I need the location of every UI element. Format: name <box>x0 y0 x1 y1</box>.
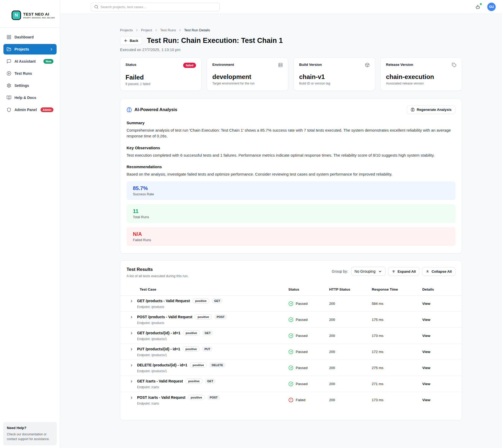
sidebar-item-help-docs[interactable]: Help & Docs <box>3 92 57 103</box>
executed-timestamp: Executed on 27/7/2025, 1:13:10 pm <box>120 48 462 52</box>
endpoint-label: Endpoint: /products <box>137 305 223 309</box>
sidebar-item-label: Help & Docs <box>14 96 36 100</box>
test-type-badge: positive <box>185 379 202 384</box>
chevron-right-icon <box>135 28 139 32</box>
sidebar-item-settings[interactable]: Settings <box>3 80 57 91</box>
key-observations-text: Test execution completed with 6 successf… <box>127 152 455 158</box>
failed-runs-value: N/A <box>133 231 449 237</box>
search-input[interactable] <box>101 5 216 9</box>
tag-icon <box>452 63 456 67</box>
endpoint-label: Endpoint: /products <box>137 321 227 325</box>
ai-analysis-title: AI-Powered Analysis <box>134 107 177 112</box>
status-badge: failed <box>183 63 196 68</box>
release-version-subtext: Associated release version <box>386 82 456 85</box>
sidebar-item-projects[interactable]: Projects <box>3 44 57 54</box>
test-case-name: GET /products/{id} - id=1 <box>137 331 180 335</box>
http-method-badge: POST <box>207 395 220 400</box>
view-details-link[interactable]: View <box>422 334 430 338</box>
stat-cards: Status failed Failed 6 passed, 1 failed … <box>120 57 462 91</box>
test-case-name: GET /carts - Valid Request <box>137 379 183 383</box>
breadcrumb: Projects Project Test Runs Test Run Deta… <box>120 28 462 32</box>
test-case-name: POST /products - Valid Request <box>137 315 192 319</box>
dashboard-icon <box>7 35 11 39</box>
sidebar-item-label: Admin Panel <box>14 108 37 112</box>
chevrons-up-icon <box>426 270 429 273</box>
search-box[interactable] <box>91 3 220 11</box>
brand-tagline: PROMPT. ENHANCE. RUN. DELIVER <box>23 17 55 19</box>
row-expander[interactable] <box>129 298 133 303</box>
total-runs-label: Total Runs <box>133 215 449 219</box>
environment-value: development <box>212 73 283 81</box>
sidebar-item-label: Dashboard <box>14 35 34 39</box>
chevron-right-icon <box>154 28 158 32</box>
breadcrumb-test-runs[interactable]: Test Runs <box>160 28 176 32</box>
regenerate-analysis-button[interactable]: Regenerate Analysis <box>407 105 455 114</box>
breadcrumb-projects[interactable]: Projects <box>120 28 133 32</box>
view-details-link[interactable]: View <box>422 350 430 354</box>
row-expander[interactable] <box>129 346 133 351</box>
test-results-card: Test Results A list of all tests execute… <box>120 260 462 420</box>
key-observations-heading: Key Observations <box>127 146 455 150</box>
check-circle-icon <box>288 349 293 354</box>
expand-all-button[interactable]: Expand All <box>388 267 419 276</box>
sidebar-item-test-runs[interactable]: Test Runs <box>3 68 57 79</box>
row-expander[interactable] <box>129 379 133 383</box>
row-expander[interactable] <box>129 330 133 335</box>
row-expander[interactable] <box>129 362 133 367</box>
response-time: 584 ms <box>372 302 422 306</box>
view-details-link[interactable]: View <box>422 366 430 370</box>
sidebar-item-label: Projects <box>14 47 29 51</box>
topbar: GU <box>60 0 502 14</box>
check-circle-icon <box>288 381 293 386</box>
check-circle-icon <box>288 301 293 306</box>
view-details-link[interactable]: View <box>422 398 430 402</box>
build-version-value: chain-v1 <box>299 73 370 81</box>
total-runs-metric: 11 Total Runs <box>127 204 455 223</box>
test-type-badge: positive <box>190 362 207 368</box>
page-title: Test Run: Chain Execution: Test Chain 1 <box>147 37 283 45</box>
sidebar-item-label: AI Assistant <box>14 59 36 63</box>
test-case-name: DELETE /products/{id} - id=1 <box>137 363 187 367</box>
back-button[interactable]: Back <box>120 37 142 45</box>
avatar[interactable]: GU <box>487 3 496 11</box>
group-by-value: No Grouping <box>355 269 375 273</box>
http-method-badge: GET <box>205 379 216 384</box>
test-case-name: PUT /products/{id} - id=1 <box>137 347 180 351</box>
test-type-badge: positive <box>183 330 200 336</box>
column-details: Details <box>422 287 455 291</box>
admin-badge: Admin <box>41 107 53 112</box>
sidebar-item-ai-assistant[interactable]: AI Assistant New <box>3 56 57 67</box>
group-by-select[interactable]: No Grouping <box>351 267 385 276</box>
group-by-label: Group by: <box>332 269 348 273</box>
collapse-all-button[interactable]: Collapse All <box>422 267 455 276</box>
sidebar-item-admin-panel[interactable]: Admin Panel Admin <box>3 104 57 115</box>
chevrons-down-icon <box>392 270 395 273</box>
need-help-text: Check our documentation or contact suppo… <box>7 432 53 441</box>
view-details-link[interactable]: View <box>422 302 430 306</box>
status-text: Passed <box>296 318 308 322</box>
status-text: Passed <box>296 350 308 354</box>
table-row: POST /carts - Valid Request positive POS… <box>120 392 462 408</box>
test-type-badge: positive <box>195 314 212 320</box>
table-row: PUT /products/{id} - id=1 positive PUT E… <box>120 344 462 360</box>
build-version-card: Build Version chain-v1 Build ID or versi… <box>294 57 375 91</box>
check-circle-icon <box>288 333 293 338</box>
view-details-link[interactable]: View <box>422 382 430 386</box>
row-expander[interactable] <box>129 314 133 319</box>
folder-icon <box>7 47 11 52</box>
http-method-badge: GET <box>212 298 223 303</box>
view-details-link[interactable]: View <box>422 318 430 322</box>
success-rate-value: 85.7% <box>133 185 449 191</box>
breadcrumb-project[interactable]: Project <box>141 28 152 32</box>
sidebar-item-dashboard[interactable]: Dashboard <box>3 32 57 42</box>
ai-bot-button[interactable] <box>475 4 480 9</box>
row-expander[interactable] <box>129 395 133 400</box>
endpoint-label: Endpoint: /products/1 <box>137 337 213 341</box>
chevron-right-icon <box>49 47 53 51</box>
test-type-badge: positive <box>192 298 209 303</box>
http-method-badge: POST <box>214 314 227 320</box>
ai-analysis-card: AI-Powered Analysis Regenerate Analysis … <box>120 99 462 253</box>
sidebar-item-label: Settings <box>14 83 29 88</box>
test-type-badge: positive <box>183 346 200 352</box>
column-test-case: Test Case <box>127 287 288 291</box>
